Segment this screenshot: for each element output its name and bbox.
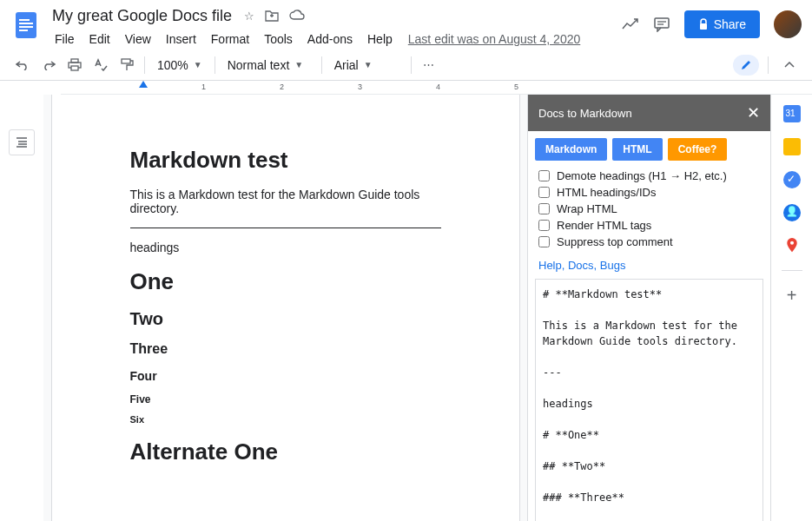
left-rail [0, 95, 43, 521]
menu-addons[interactable]: Add-ons [301, 29, 359, 49]
spellcheck-icon[interactable] [89, 53, 113, 77]
paint-format-icon[interactable] [115, 53, 139, 77]
indent-marker-icon[interactable] [139, 81, 148, 88]
doc-h2: Two [130, 309, 441, 329]
toolbar: 100%▼ Normal text▼ Arial▼ ⋯ [0, 49, 812, 81]
bugs-link[interactable]: Bugs [600, 259, 626, 272]
activity-icon[interactable] [622, 18, 639, 30]
outline-icon[interactable] [9, 129, 35, 155]
document-area[interactable]: Markdown test This is a Markdown test fo… [43, 95, 527, 521]
addon-titlebar: Docs to Markdown ✕ [528, 95, 770, 131]
markdown-button[interactable]: Markdown [535, 138, 607, 161]
menu-file[interactable]: File [49, 29, 81, 49]
menu-view[interactable]: View [119, 29, 157, 49]
menu-edit[interactable]: Edit [83, 29, 116, 49]
share-button[interactable]: Share [684, 10, 760, 38]
svg-rect-1 [19, 19, 30, 21]
title-area: My great Google Docs file ☆ File Edit Vi… [49, 5, 622, 49]
opt-demote-checkbox[interactable] [538, 170, 550, 181]
keep-icon[interactable] [783, 138, 801, 155]
opt-render[interactable]: Render HTML tags [538, 217, 760, 234]
coffee-button[interactable]: Coffee? [668, 138, 728, 161]
collapse-icon[interactable] [777, 53, 802, 77]
share-label: Share [714, 17, 746, 31]
addon-title-label: Docs to Markdown [538, 107, 632, 120]
doc-title[interactable]: My great Google Docs file [49, 5, 235, 27]
app-header: My great Google Docs file ☆ File Edit Vi… [0, 0, 812, 49]
tasks-icon[interactable] [783, 171, 801, 188]
doc-h5: Five [130, 393, 441, 406]
redo-icon[interactable] [36, 53, 61, 77]
doc-intro: This is a Markdown test for the Markdown… [130, 188, 441, 215]
doc-heading-title: Markdown test [130, 147, 441, 174]
zoom-dropdown[interactable]: 100%▼ [150, 55, 209, 76]
page[interactable]: Markdown test This is a Markdown test fo… [51, 95, 520, 521]
horizontal-rule [130, 228, 441, 228]
avatar[interactable] [774, 10, 802, 38]
right-rail: + [770, 95, 812, 521]
opt-demote[interactable]: Demote headings (H1 → H2, etc.) [538, 168, 760, 184]
comments-icon[interactable] [653, 16, 670, 32]
doc-h6: Six [130, 414, 441, 425]
more-icon[interactable]: ⋯ [417, 53, 441, 77]
contacts-icon[interactable] [783, 204, 801, 221]
star-icon[interactable]: ☆ [244, 10, 254, 23]
doc-alt-h1: Alternate One [130, 439, 441, 465]
svg-rect-11 [71, 66, 78, 70]
svg-rect-3 [19, 26, 33, 28]
menu-help[interactable]: Help [361, 29, 399, 49]
svg-rect-8 [700, 23, 707, 30]
print-icon[interactable] [63, 53, 87, 77]
move-icon[interactable] [265, 10, 279, 23]
cloud-status-icon[interactable] [289, 10, 305, 23]
help-link[interactable]: Help [538, 259, 562, 272]
font-dropdown[interactable]: Arial▼ [327, 55, 406, 76]
addon-sidebar: Docs to Markdown ✕ Markdown HTML Coffee?… [527, 95, 770, 521]
docs-logo-icon[interactable] [10, 9, 42, 40]
menu-bar: File Edit View Insert Format Tools Add-o… [49, 29, 622, 49]
opt-wrap-checkbox[interactable] [538, 203, 550, 214]
html-button[interactable]: HTML [612, 138, 662, 161]
add-addon-icon[interactable]: + [783, 287, 801, 304]
style-dropdown[interactable]: Normal text▼ [221, 55, 316, 76]
editing-mode-icon[interactable] [733, 55, 759, 76]
addon-output[interactable]: # **Markdown test** This is a Markdown t… [535, 279, 763, 521]
rail-separator [782, 270, 802, 271]
ruler[interactable]: 1 2 3 4 5 [61, 81, 812, 95]
docs-link[interactable]: Docs [568, 259, 594, 272]
opt-html-headings-checkbox[interactable] [538, 187, 550, 198]
opt-suppress-checkbox[interactable] [538, 236, 550, 247]
close-icon[interactable]: ✕ [747, 103, 760, 122]
doc-h4: Four [130, 369, 441, 383]
svg-rect-0 [16, 12, 36, 38]
opt-suppress[interactable]: Suppress top comment [538, 234, 760, 250]
svg-point-17 [789, 241, 793, 245]
menu-tools[interactable]: Tools [258, 29, 299, 49]
last-edit-link[interactable]: Last edit was on August 4, 2020 [408, 32, 580, 46]
svg-rect-4 [19, 30, 28, 31]
doc-h3: Three [130, 341, 441, 357]
svg-rect-12 [122, 59, 130, 63]
menu-insert[interactable]: Insert [160, 29, 202, 49]
menu-format[interactable]: Format [205, 29, 255, 49]
calendar-icon[interactable] [783, 105, 801, 122]
svg-rect-2 [19, 23, 33, 24]
svg-rect-5 [655, 18, 669, 28]
addon-links: Help, Docs, Bugs [528, 255, 770, 279]
opt-wrap[interactable]: Wrap HTML [538, 201, 760, 217]
undo-icon[interactable] [10, 53, 35, 77]
maps-icon[interactable] [783, 237, 801, 254]
opt-render-checkbox[interactable] [538, 220, 550, 231]
doc-headings-label: headings [130, 241, 441, 254]
doc-h1: One [130, 268, 441, 295]
opt-html-headings[interactable]: HTML headings/IDs [538, 184, 760, 201]
lock-icon [698, 18, 709, 30]
